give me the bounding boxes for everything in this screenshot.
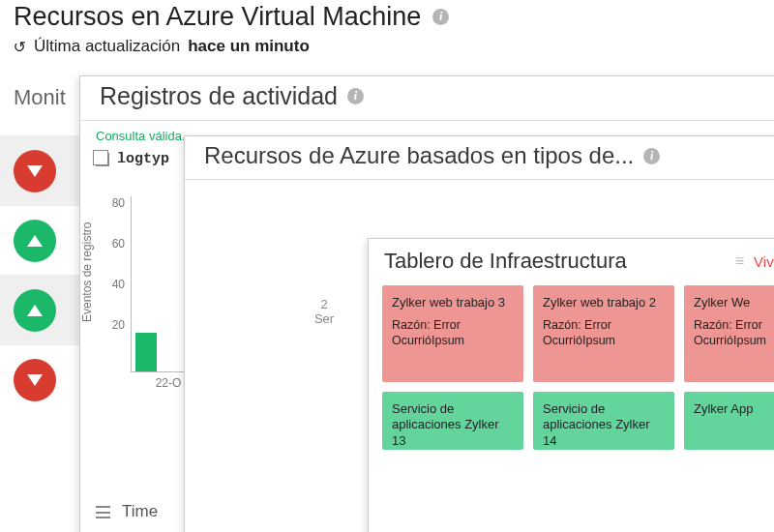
- sidebar-title: Monit: [0, 83, 87, 135]
- donut-center-label: Ser: [247, 311, 402, 326]
- infra-card[interactable]: Zylker web trabajo 2 Razón: Error Ocurri…: [533, 285, 674, 382]
- infra-panel: Tablero de Infraestructura ≡ Vivi Zylker…: [368, 238, 774, 532]
- card-title: Servicio de aplicaciones Zylker 13: [392, 401, 514, 449]
- status-down-icon: [14, 359, 56, 401]
- donut-center-value: 2: [247, 297, 402, 311]
- status-row[interactable]: [0, 205, 87, 275]
- infra-card[interactable]: Servicio de aplicaciones Zylker 14: [533, 392, 674, 450]
- live-label: Vivi: [754, 253, 774, 270]
- copy-icon[interactable]: [96, 153, 109, 166]
- list-icon[interactable]: [96, 506, 110, 518]
- info-icon[interactable]: i: [432, 9, 449, 25]
- logtype-text: logtyp: [117, 151, 169, 167]
- info-icon[interactable]: i: [643, 148, 660, 164]
- infra-card[interactable]: Zylker web trabajo 3 Razón: Error Ocurri…: [382, 285, 523, 382]
- activity-title: Registros de actividad: [100, 82, 338, 110]
- card-title: Zylker web trabajo 2: [543, 295, 665, 310]
- status-up-icon: [14, 289, 56, 332]
- refresh-prefix: Última actualización: [34, 37, 180, 56]
- status-row[interactable]: [0, 135, 87, 205]
- info-icon[interactable]: i: [347, 88, 364, 104]
- status-up-icon: [14, 220, 56, 262]
- infra-card[interactable]: Servicio de aplicaciones Zylker 13: [382, 392, 523, 450]
- menu-icon[interactable]: ≡: [735, 252, 742, 270]
- card-title: Zylker We: [694, 295, 774, 310]
- status-row[interactable]: [0, 344, 87, 414]
- bar: [135, 333, 157, 371]
- card-title: Zylker App: [694, 401, 774, 417]
- page-title: Recursos en Azure Virtual Machine: [14, 2, 421, 32]
- infra-card[interactable]: Zylker App: [684, 392, 774, 450]
- ytick: 60: [112, 237, 125, 251]
- sidebar: Monit: [0, 83, 87, 414]
- card-reason: Razón: Error OcurrióIpsum: [392, 318, 514, 348]
- card-reason: Razón: Error OcurrióIpsum: [543, 318, 665, 348]
- card-title: Zylker web trabajo 3: [392, 295, 514, 310]
- infra-title: Tablero de Infraestructura: [384, 249, 724, 274]
- status-down-icon: [14, 150, 56, 192]
- time-label: Time: [122, 502, 158, 521]
- card-reason: Razón: Error OcurrióIpsum: [694, 318, 774, 348]
- infra-card[interactable]: Zylker We Razón: Error OcurrióIpsum: [684, 285, 774, 382]
- status-row[interactable]: [0, 275, 87, 344]
- refresh-time: hace un minuto: [188, 37, 310, 56]
- bar-chart-ylabel: Eventos de registro: [80, 222, 94, 322]
- card-title: Servicio de aplicaciones Zylker 14: [543, 401, 665, 449]
- ytick: 40: [112, 278, 125, 291]
- refresh-icon[interactable]: ↻: [14, 38, 26, 56]
- ytick: 20: [112, 318, 125, 332]
- types-title: Recursos de Azure basados en tipos de...: [204, 142, 634, 169]
- ytick: 80: [112, 196, 125, 210]
- refresh-row[interactable]: ↻ Última actualización hace un minuto: [14, 37, 310, 56]
